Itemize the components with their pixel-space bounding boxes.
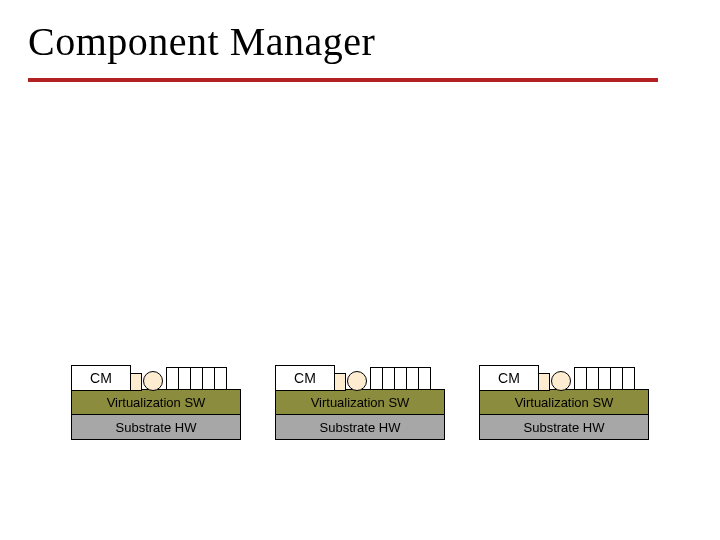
virtualization-layer: Virtualization SW (479, 389, 649, 415)
cm-box: CM (71, 365, 131, 391)
virtualization-layer: Virtualization SW (275, 389, 445, 415)
slot (370, 367, 383, 391)
stack-2-top-row: CM (275, 358, 445, 390)
circle-icon (551, 371, 571, 391)
slot (383, 367, 395, 391)
substrate-layer: Substrate HW (479, 414, 649, 440)
page-title: Component Manager (28, 18, 375, 65)
stacks-row: CM Virtualization SW Substrate HW CM (71, 358, 649, 440)
slot (419, 367, 431, 391)
virtualization-layer: Virtualization SW (71, 389, 241, 415)
slot (395, 367, 407, 391)
stack-3: CM Virtualization SW Substrate HW (479, 358, 649, 440)
slot (166, 367, 179, 391)
slot-group (370, 367, 431, 390)
stack-1: CM Virtualization SW Substrate HW (71, 358, 241, 440)
slot (599, 367, 611, 391)
stack-1-top-row: CM (71, 358, 241, 390)
slot (407, 367, 419, 391)
slot-group (574, 367, 635, 390)
slot (191, 367, 203, 391)
circle-icon (143, 371, 163, 391)
slot-group (166, 367, 227, 390)
slot (179, 367, 191, 391)
stack-3-top-row: CM (479, 358, 649, 390)
slot (203, 367, 215, 391)
stack-2: CM Virtualization SW Substrate HW (275, 358, 445, 440)
substrate-layer: Substrate HW (71, 414, 241, 440)
cm-box: CM (479, 365, 539, 391)
slot (587, 367, 599, 391)
title-underline (28, 78, 658, 82)
slot (215, 367, 227, 391)
slot (574, 367, 587, 391)
substrate-layer: Substrate HW (275, 414, 445, 440)
circle-icon (347, 371, 367, 391)
slot (623, 367, 635, 391)
slide: Component Manager CM Virtualization SW S (0, 0, 720, 540)
slot (611, 367, 623, 391)
cm-box: CM (275, 365, 335, 391)
